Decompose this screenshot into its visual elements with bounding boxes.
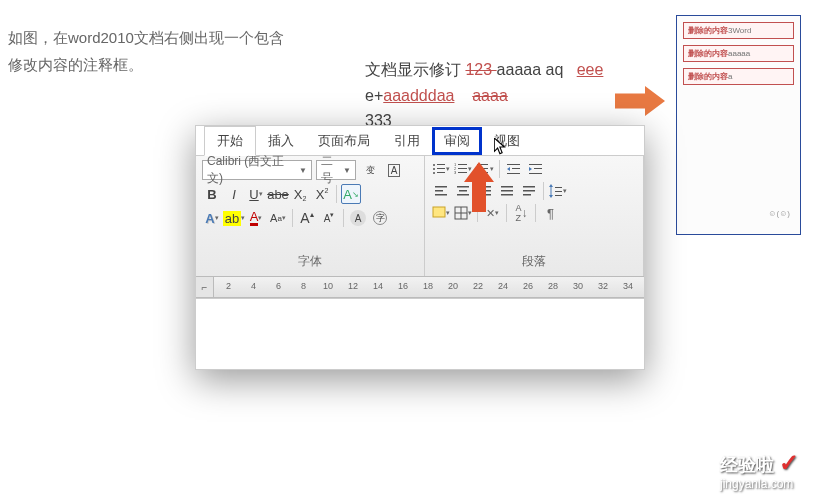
svg-rect-9 bbox=[458, 164, 467, 165]
tab-review[interactable]: 审阅 bbox=[432, 127, 482, 155]
align-center-button[interactable] bbox=[453, 182, 473, 200]
svg-point-6 bbox=[433, 172, 435, 174]
multilevel-list-button[interactable]: ▾ bbox=[475, 160, 495, 178]
shrink-font-button[interactable]: A▾ bbox=[319, 208, 339, 228]
svg-rect-3 bbox=[437, 164, 445, 165]
revision-item[interactable]: 删除的内容a bbox=[683, 68, 794, 85]
svg-rect-32 bbox=[483, 190, 491, 192]
svg-rect-13 bbox=[458, 172, 467, 173]
svg-rect-34 bbox=[501, 186, 513, 188]
ruler-tab-selector[interactable]: ⌐ bbox=[196, 277, 214, 297]
svg-rect-38 bbox=[523, 190, 535, 192]
enclose-char2-button[interactable]: 字 bbox=[370, 208, 390, 228]
svg-rect-31 bbox=[479, 186, 491, 188]
svg-rect-20 bbox=[507, 173, 520, 174]
number-list-button[interactable]: 123▾ bbox=[453, 160, 473, 178]
svg-marker-18 bbox=[507, 167, 510, 171]
ruler[interactable]: ⌐ 2 4 6 8 10 12 14 16 18 20 22 24 26 28 … bbox=[196, 276, 644, 298]
font-group: Calibri (西文正文)▼ 二号▼ 变 A B I U▾ abe X2 X2… bbox=[196, 156, 425, 276]
svg-rect-11 bbox=[458, 168, 467, 169]
document-area[interactable] bbox=[196, 298, 644, 368]
revision-pane: 删除的内容3Word 删除的内容aaaaa 删除的内容a ☺(☺) bbox=[676, 15, 801, 235]
word-ribbon-window: 开始 插入 页面布局 引用 审阅 视图 Calibri (西文正文)▼ 二号▼ … bbox=[195, 125, 645, 370]
intro-line2: 修改内容的注释框。 bbox=[8, 56, 143, 73]
font-color-button[interactable]: A▾ bbox=[246, 208, 266, 228]
tracked-changes-preview: 文档显示修订 123 aaaaa aq eee e+aaadddaa aaaa … bbox=[365, 57, 603, 134]
svg-rect-21 bbox=[529, 164, 542, 165]
svg-rect-16 bbox=[481, 172, 488, 173]
font-group-label: 字体 bbox=[196, 251, 424, 276]
grow-font-button[interactable]: A▴ bbox=[297, 208, 317, 228]
superscript-button[interactable]: X2 bbox=[312, 184, 332, 204]
bullet-list-button[interactable]: ▾ bbox=[431, 160, 451, 178]
pinyin-guide-button[interactable]: 变 bbox=[360, 160, 380, 180]
sort-button[interactable]: AZ↓ bbox=[511, 204, 531, 222]
check-icon: ✓ bbox=[779, 449, 799, 476]
tab-layout[interactable]: 页面布局 bbox=[306, 127, 382, 155]
svg-rect-23 bbox=[534, 168, 542, 169]
italic-button[interactable]: I bbox=[224, 184, 244, 204]
svg-text:3: 3 bbox=[454, 170, 457, 175]
svg-point-4 bbox=[433, 168, 435, 170]
svg-rect-5 bbox=[437, 168, 445, 169]
svg-rect-19 bbox=[512, 168, 520, 169]
font-name-select[interactable]: Calibri (西文正文)▼ bbox=[202, 160, 312, 180]
svg-rect-46 bbox=[433, 207, 445, 217]
svg-rect-25 bbox=[435, 186, 447, 188]
svg-marker-42 bbox=[549, 195, 553, 198]
paragraph-group: ▾ 123▾ ▾ ▾ ▾ ▾ bbox=[425, 156, 644, 276]
ruler-scale: 2 4 6 8 10 12 14 16 18 20 22 24 26 28 30… bbox=[214, 277, 644, 297]
paragraph-group-label: 段落 bbox=[425, 251, 643, 276]
char-border-button[interactable]: A bbox=[384, 160, 404, 180]
svg-rect-33 bbox=[479, 194, 491, 196]
borders-button[interactable]: ▾ bbox=[453, 204, 473, 222]
char-shading-button[interactable]: Aa▾ bbox=[268, 208, 288, 228]
tab-references[interactable]: 引用 bbox=[382, 127, 432, 155]
svg-rect-14 bbox=[477, 164, 488, 165]
distribute-button[interactable] bbox=[519, 182, 539, 200]
ribbon-tabs: 开始 插入 页面布局 引用 审阅 视图 bbox=[196, 126, 644, 156]
svg-rect-15 bbox=[479, 168, 488, 169]
svg-rect-28 bbox=[457, 186, 469, 188]
svg-rect-45 bbox=[555, 195, 562, 196]
font-size-select[interactable]: 二号▼ bbox=[316, 160, 356, 180]
clear-formatting-button[interactable]: A↘ bbox=[341, 184, 361, 204]
enclose-char-button[interactable]: A bbox=[348, 208, 368, 228]
svg-rect-36 bbox=[501, 194, 513, 196]
svg-rect-35 bbox=[501, 190, 513, 192]
svg-rect-17 bbox=[507, 164, 520, 165]
svg-rect-27 bbox=[435, 194, 447, 196]
bold-button[interactable]: B bbox=[202, 184, 222, 204]
svg-marker-0 bbox=[615, 86, 665, 116]
svg-rect-24 bbox=[529, 173, 542, 174]
line-spacing-button[interactable]: ▾ bbox=[548, 182, 568, 200]
tab-home[interactable]: 开始 bbox=[204, 126, 256, 156]
svg-rect-41 bbox=[551, 187, 552, 195]
tab-view[interactable]: 视图 bbox=[482, 127, 532, 155]
increase-indent-button[interactable] bbox=[526, 160, 546, 178]
text-effects-button[interactable]: A▾ bbox=[202, 208, 222, 228]
strikethrough-button[interactable]: abe bbox=[268, 184, 288, 204]
svg-marker-40 bbox=[549, 184, 553, 187]
svg-rect-39 bbox=[523, 194, 531, 196]
watermark: 经验啦 ✓ jingyanla.com bbox=[720, 449, 799, 491]
svg-marker-22 bbox=[529, 167, 532, 171]
rev-faded: ☺(☺) bbox=[768, 209, 790, 218]
align-right-button[interactable] bbox=[475, 182, 495, 200]
revision-item[interactable]: 删除的内容aaaaa bbox=[683, 45, 794, 62]
justify-button[interactable] bbox=[497, 182, 517, 200]
asian-layout-button[interactable]: ✕▾ bbox=[482, 204, 502, 222]
highlight-button[interactable]: ab▾ bbox=[224, 208, 244, 228]
revision-item[interactable]: 删除的内容3Word bbox=[683, 22, 794, 39]
shading-button[interactable]: ▾ bbox=[431, 204, 451, 222]
arrow-right-icon bbox=[615, 80, 665, 125]
svg-rect-37 bbox=[523, 186, 535, 188]
subscript-button[interactable]: X2 bbox=[290, 184, 310, 204]
decrease-indent-button[interactable] bbox=[504, 160, 524, 178]
underline-button[interactable]: U▾ bbox=[246, 184, 266, 204]
show-marks-button[interactable]: ¶ bbox=[540, 204, 560, 222]
svg-rect-7 bbox=[437, 172, 445, 173]
tab-insert[interactable]: 插入 bbox=[256, 127, 306, 155]
svg-rect-44 bbox=[555, 191, 562, 192]
align-left-button[interactable] bbox=[431, 182, 451, 200]
